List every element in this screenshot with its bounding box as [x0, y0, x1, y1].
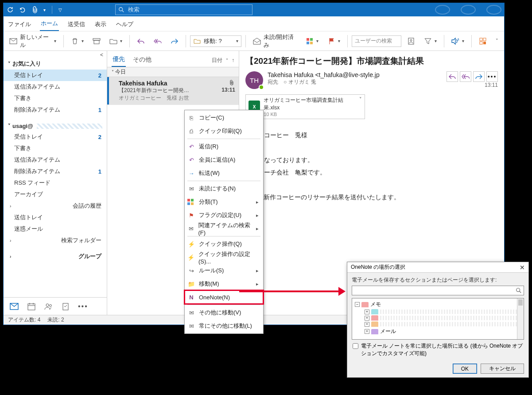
fav-inbox[interactable]: 受信トレイ2: [4, 70, 107, 81]
rules-icon: ↪: [187, 267, 195, 274]
ctx-quick-steps[interactable]: ⚡クイック操作(Q): [185, 237, 263, 251]
forward-button[interactable]: [167, 35, 182, 47]
rss[interactable]: RSS フィード: [4, 177, 107, 189]
forward-button[interactable]: [473, 71, 485, 82]
dialog-search[interactable]: [352, 286, 524, 295]
sort-control[interactable]: 日付˅↑: [212, 57, 234, 64]
ctx-mark-unread[interactable]: ✉未読にする(N): [185, 182, 263, 195]
reply-button[interactable]: [447, 71, 458, 82]
reply-all-button[interactable]: [460, 71, 471, 82]
ctx-quick-steps-settings[interactable]: ⚡クイック操作の設定(S)...: [185, 251, 263, 264]
status-unread: 未読: 2: [47, 316, 64, 324]
chevron-down-icon[interactable]: ˅: [359, 97, 362, 102]
tree-node[interactable]: +: [353, 315, 523, 321]
cancel-button[interactable]: キャンセル: [481, 364, 524, 374]
message-item[interactable]: Takehisa Hafuka 【2021年新作コーヒー開発…13:11 オリガ…: [107, 77, 239, 105]
mail-icon[interactable]: [10, 303, 19, 310]
groups[interactable]: ›グループ: [4, 251, 107, 262]
archive-button[interactable]: [89, 35, 104, 47]
qat-customize-icon[interactable]: ▽: [58, 8, 62, 12]
undo-icon[interactable]: [19, 6, 27, 14]
unread-read-button[interactable]: 未読/開封済み: [250, 31, 300, 51]
folder-icon: [193, 37, 201, 45]
tree-node-mail[interactable]: +メール: [353, 327, 523, 336]
ctx-copy[interactable]: ⎘コピー(C): [185, 111, 263, 124]
fav-drafts[interactable]: 下書き: [4, 93, 107, 104]
fav-sent[interactable]: 送信済みアイテム: [4, 81, 107, 93]
svg-point-21: [46, 304, 49, 306]
ctx-reply-all[interactable]: ↶全員に返信(A): [185, 153, 263, 167]
group-today[interactable]: ˅ 今日: [107, 67, 239, 77]
reading-body: リガミコーヒー 兎様 世話になっております。 場リサーチ会社 亀梨です。 021…: [245, 129, 498, 203]
ok-button[interactable]: OK: [453, 364, 477, 374]
tree-node-memo[interactable]: −メモ: [353, 300, 523, 309]
tab-view[interactable]: 表示: [94, 18, 107, 31]
ctx-find-related[interactable]: ✉関連アイテムの検索(F)▸: [185, 222, 263, 235]
attach-icon[interactable]: [31, 6, 39, 14]
account-header[interactable]: ˅usagi@: [4, 121, 107, 131]
ctx-categorize[interactable]: 分類(T)▸: [185, 195, 263, 209]
tab-file[interactable]: ファイル: [7, 18, 32, 31]
ctx-quick-print[interactable]: ⎙クイック印刷(Q): [185, 124, 263, 138]
reply-button[interactable]: [134, 35, 148, 47]
user-search-field[interactable]: ユーザーの検索: [352, 35, 401, 47]
ctx-forward[interactable]: →転送(W): [185, 167, 263, 180]
sync-icon[interactable]: [6, 6, 14, 14]
inbox[interactable]: 受信トレイ2: [4, 131, 107, 143]
search-placeholder: 検索: [128, 6, 140, 14]
move-folder-button[interactable]: ▾: [106, 35, 125, 47]
tab-other[interactable]: その他: [132, 54, 152, 66]
fav-deleted[interactable]: 削除済みアイテム1: [4, 104, 107, 116]
flag-button[interactable]: ▾: [324, 35, 343, 47]
delete-button[interactable]: ▾: [68, 35, 87, 47]
filter-button[interactable]: ▾: [421, 35, 440, 47]
tab-sendreceive[interactable]: 送受信: [67, 18, 86, 31]
more-actions-button[interactable]: •••: [486, 71, 498, 82]
junk[interactable]: 迷惑メール: [4, 223, 107, 235]
sent[interactable]: 送信済みアイテム: [4, 154, 107, 166]
tab-home[interactable]: ホーム: [40, 17, 59, 31]
archive[interactable]: アーカイブ: [4, 189, 107, 200]
reply-all-button[interactable]: [151, 35, 165, 47]
tasks-icon[interactable]: [62, 302, 69, 310]
ctx-flag[interactable]: ⚑フラグの設定(U)▸: [185, 209, 263, 222]
ctx-move-other[interactable]: ✉その他に移動(V): [185, 306, 263, 319]
dialog-search-input[interactable]: [354, 287, 516, 294]
close-icon[interactable]: ✕: [520, 264, 525, 271]
search-folders[interactable]: ›検索フォルダー: [4, 235, 107, 246]
sender-avatar: TH: [245, 71, 263, 89]
people-icon[interactable]: [44, 303, 53, 310]
favorites-header[interactable]: ˅お気に入り: [4, 58, 107, 70]
tree-node[interactable]: +: [353, 309, 523, 315]
search-box[interactable]: 検索: [115, 4, 252, 15]
tab-help[interactable]: ヘルプ: [115, 18, 134, 31]
drafts[interactable]: 下書き: [4, 143, 107, 154]
tab-focused[interactable]: 優先: [112, 54, 126, 67]
folder-move-icon: 📁: [187, 281, 195, 287]
ctx-reply[interactable]: ↶返信(R): [185, 140, 263, 153]
qat-overflow-icon[interactable]: ▾: [43, 8, 46, 12]
move-to-field[interactable]: 移動: ? ▾: [190, 35, 241, 47]
deleted[interactable]: 削除済みアイテム1: [4, 166, 107, 177]
outbox[interactable]: 送信トレイ: [4, 212, 107, 223]
categorize-button[interactable]: ▾: [303, 35, 322, 47]
more-icon[interactable]: •••: [78, 302, 88, 310]
folder-pane-collapse[interactable]: <: [4, 51, 107, 58]
ribbon-collapse-button[interactable]: ˅: [493, 36, 501, 46]
dialog-checkbox-row[interactable]: 電子メール ノートを常に選択した場所に送る (後から OneNote オプション…: [352, 340, 524, 357]
ctx-rules[interactable]: ↪ルール(S)▸: [185, 264, 263, 277]
svg-rect-12: [480, 38, 482, 41]
read-aloud-button[interactable]: あ▾: [448, 35, 467, 47]
always-send-checkbox[interactable]: [353, 343, 358, 349]
tree-scrollbar[interactable]: [517, 298, 524, 339]
new-mail-button[interactable]: 新しいメール ▾: [6, 31, 59, 51]
section-tree[interactable]: −メモ + + + +メール: [352, 298, 524, 340]
svg-point-10: [410, 39, 412, 41]
addin-button[interactable]: [476, 35, 490, 47]
ctx-always-move[interactable]: ✉常にその他に移動(L): [185, 319, 263, 333]
calendar-icon[interactable]: [27, 302, 35, 310]
history[interactable]: ›会話の履歴: [4, 200, 107, 212]
tree-node[interactable]: +: [353, 321, 523, 327]
checkbox-label: 電子メール ノートを常に選択した場所に送る (後から OneNote オプション…: [361, 342, 523, 357]
address-book-button[interactable]: [404, 35, 418, 47]
